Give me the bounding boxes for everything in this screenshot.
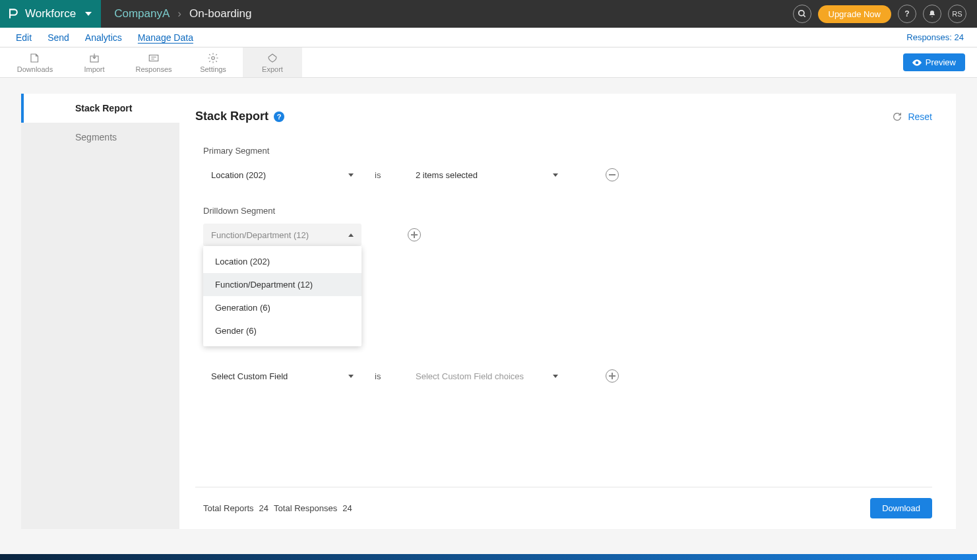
caret-down-icon (553, 375, 558, 378)
dropdown-item-function[interactable]: Function/Department (12) (203, 273, 362, 296)
svg-point-0 (798, 11, 804, 16)
responses-icon (147, 52, 160, 64)
help-button[interactable]: ? (898, 5, 916, 23)
total-responses-label: Total Responses (274, 503, 337, 513)
tool-import[interactable]: Import (65, 47, 124, 77)
sidebar-item-segments[interactable]: Segments (21, 123, 179, 152)
notifications-button[interactable] (923, 5, 941, 23)
toolbar: Downloads Import Responses Settings Expo… (0, 47, 977, 78)
tool-label: Settings (200, 65, 226, 73)
preview-button[interactable]: Preview (903, 53, 965, 71)
tool-export[interactable]: Export (243, 47, 302, 77)
caret-down-icon (348, 173, 354, 177)
content: Stack Report ? Reset Primary Segment Loc… (179, 94, 956, 529)
svg-rect-3 (149, 55, 158, 61)
search-icon (798, 9, 807, 18)
total-reports-value: 24 (259, 503, 268, 513)
primary-segment-label: Primary Segment (203, 146, 932, 156)
page-title: Stack Report ? (195, 109, 284, 123)
download-icon (28, 52, 42, 64)
plus-icon (609, 373, 615, 379)
drilldown-segment-select[interactable]: Function/Department (12) (203, 224, 362, 246)
product-name: Workforce (25, 7, 76, 20)
nav-send[interactable]: Send (40, 32, 77, 43)
breadcrumb: CompanyA › On-boarding (101, 7, 251, 20)
add-custom-button[interactable] (606, 369, 619, 383)
primary-segment-select[interactable]: Location (202) (203, 164, 362, 186)
add-drilldown-button[interactable] (408, 228, 421, 241)
sidebar: Stack Report Segments (21, 94, 179, 529)
plus-icon (411, 232, 418, 238)
tool-label: Import (84, 65, 104, 73)
caret-up-icon (348, 233, 354, 237)
nav-analytics[interactable]: Analytics (77, 32, 130, 43)
total-responses-value: 24 (342, 503, 352, 513)
bottom-strip (0, 554, 977, 560)
breadcrumb-company[interactable]: CompanyA (114, 7, 170, 20)
topbar-actions: Upgrade Now ? RS (793, 5, 978, 23)
help-icon[interactable]: ? (274, 111, 284, 122)
upgrade-button[interactable]: Upgrade Now (818, 5, 892, 23)
caret-down-icon (553, 173, 558, 177)
svg-rect-5 (609, 174, 615, 175)
tool-downloads[interactable]: Downloads (5, 47, 65, 77)
import-icon (88, 52, 101, 64)
tool-label: Responses (135, 65, 172, 73)
dropdown-item-location[interactable]: Location (202) (203, 250, 362, 273)
reset-button[interactable]: Reset (892, 111, 932, 122)
export-icon (266, 52, 279, 64)
topbar: Workforce CompanyA › On-boarding Upgrade… (0, 0, 977, 28)
logo-icon (7, 7, 20, 20)
drilldown-segment-label: Drilldown Segment (203, 206, 932, 216)
gear-icon (206, 52, 220, 64)
chevron-down-icon (85, 12, 92, 16)
bell-icon (928, 10, 936, 18)
main-area: Stack Report Segments Stack Report ? Res… (0, 78, 977, 529)
tool-label: Downloads (17, 65, 53, 73)
custom-choices-select[interactable]: Select Custom Field choices (408, 365, 566, 387)
svg-line-1 (803, 15, 805, 17)
svg-rect-9 (609, 375, 615, 377)
tool-settings[interactable]: Settings (183, 47, 243, 77)
main-nav: Edit Send Analytics Manage Data Response… (0, 28, 977, 47)
minus-icon (609, 174, 615, 175)
breadcrumb-sep: › (177, 7, 181, 20)
download-button[interactable]: Download (870, 498, 932, 518)
caret-down-icon (348, 375, 354, 378)
sidebar-item-stack-report[interactable]: Stack Report (21, 94, 179, 123)
nav-manage-data[interactable]: Manage Data (130, 32, 201, 43)
nav-edit[interactable]: Edit (8, 32, 40, 43)
drilldown-dropdown: Location (202) Function/Department (12) … (203, 246, 362, 346)
is-label: is (375, 170, 394, 180)
tool-responses[interactable]: Responses (124, 47, 183, 77)
primary-items-select[interactable]: 2 items selected (408, 164, 566, 186)
responses-count: Responses: 24 (906, 32, 969, 42)
svg-point-4 (212, 56, 215, 59)
search-button[interactable] (793, 5, 811, 23)
total-reports-label: Total Reports (203, 503, 254, 513)
is-label: is (375, 371, 394, 381)
refresh-icon (892, 111, 902, 122)
user-avatar[interactable]: RS (948, 5, 966, 23)
dropdown-item-gender[interactable]: Gender (6) (203, 319, 362, 342)
remove-primary-button[interactable] (606, 168, 619, 181)
dropdown-item-generation[interactable]: Generation (6) (203, 296, 362, 319)
breadcrumb-page: On-boarding (189, 7, 252, 20)
footer-bar: Total Reports 24 Total Responses 24 Down… (195, 487, 932, 518)
product-switcher[interactable]: Workforce (0, 0, 101, 28)
custom-field-select[interactable]: Select Custom Field (203, 365, 362, 387)
tool-label: Export (262, 65, 283, 73)
svg-rect-7 (411, 234, 418, 235)
eye-icon (912, 59, 922, 66)
